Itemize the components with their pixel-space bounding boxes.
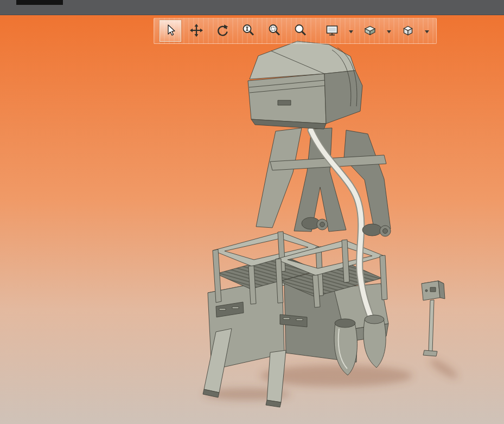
chevron-down-icon: [349, 27, 353, 35]
display-style-button[interactable]: [397, 20, 419, 42]
sieve-left: [216, 255, 318, 289]
frame-left: [213, 232, 320, 266]
magnifier-fit-icon: [294, 23, 308, 39]
zoom-fit-tool-button[interactable]: [290, 20, 311, 42]
neck-right-leg: [344, 130, 391, 230]
funnel-left: [334, 319, 357, 375]
pan-arrows-icon: [189, 23, 203, 39]
machine-body: [203, 41, 391, 407]
view-orientation-button[interactable]: [321, 20, 343, 42]
stand-pole: [429, 300, 434, 351]
pipe-outline: [311, 130, 373, 324]
rotate-tool-button[interactable]: [212, 20, 233, 42]
pan-tool-button[interactable]: [186, 20, 207, 42]
titlebar-notch: [16, 0, 63, 5]
leg-front-left: [204, 329, 232, 393]
chute-bottom: [344, 324, 388, 342]
motor-left: [302, 217, 328, 230]
chute-top: [334, 284, 388, 330]
ground-shadow: [203, 356, 460, 400]
chevron-down-icon: [425, 27, 429, 35]
funnel-right: [363, 315, 386, 368]
stand-base: [423, 350, 437, 356]
section-view-button[interactable]: [359, 20, 381, 42]
neck-left-leg: [256, 128, 302, 228]
frame-right: [276, 240, 384, 275]
section-view-dropdown-arrow[interactable]: [385, 20, 393, 42]
stand: [422, 281, 445, 356]
view-toolbar: [154, 18, 437, 44]
leg-front-center: [267, 350, 286, 402]
display-style-dropdown-arrow[interactable]: [423, 20, 431, 42]
hopper-handle: [278, 100, 291, 105]
box-right-top: [282, 275, 363, 285]
zoom-area-tool-button[interactable]: [264, 20, 285, 42]
magnifier-area-icon: [267, 23, 282, 39]
machine-model: [0, 15, 504, 424]
sieve-right: [279, 263, 382, 297]
box-right-front: [284, 281, 358, 362]
magnifier-zoom-icon: [241, 23, 256, 39]
monitor-icon: [325, 23, 339, 39]
3d-viewport[interactable]: [0, 15, 504, 424]
view-orientation-dropdown-arrow[interactable]: [347, 20, 355, 42]
zoom-tool-button[interactable]: [238, 20, 259, 42]
motor-right: [362, 224, 391, 236]
rotate-arrow-icon: [215, 23, 229, 39]
box-plate-left: [216, 302, 244, 317]
box-plate-right: [280, 314, 307, 327]
neck-cross-beam: [270, 155, 386, 170]
neck-center-y: [294, 128, 346, 232]
box-left-top: [208, 278, 298, 298]
chevron-down-icon: [387, 27, 391, 35]
cursor-arrow-icon: [163, 23, 177, 39]
hopper: [248, 41, 362, 129]
section-planes-icon: [363, 23, 377, 39]
titlebar: [0, 0, 504, 15]
pipe: [311, 130, 373, 324]
box-left-front: [208, 278, 284, 370]
cube-icon: [401, 23, 415, 39]
select-tool-button[interactable]: [160, 20, 181, 42]
